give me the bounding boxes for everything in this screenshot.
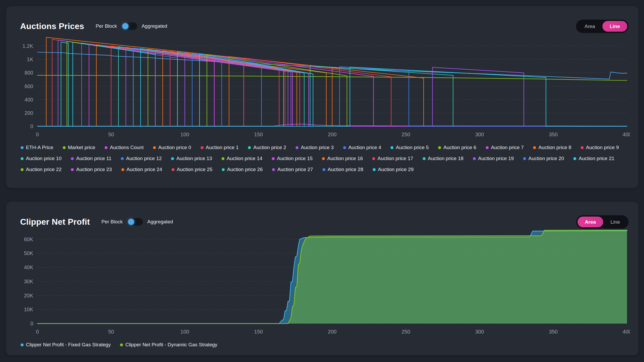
legend-item[interactable]: Auction price 12 [121, 156, 162, 161]
legend-item[interactable]: Auction price 28 [323, 167, 363, 172]
legend-item[interactable]: Auction price 26 [222, 167, 263, 172]
svg-text:300: 300 [475, 132, 484, 137]
legend-item[interactable]: Auction price 15 [272, 156, 313, 161]
legend-item[interactable]: Auction price 9 [581, 145, 619, 150]
auctions-prices-chart[interactable]: 02004006008001K1.2K050100150200250300350… [14, 32, 630, 139]
clipper-net-profit-panel: Clipper Net Profit Per Block Aggregated … [6, 202, 638, 355]
legend-item[interactable]: Auction price 29 [373, 167, 414, 172]
legend-item[interactable]: Auctions Count [105, 145, 144, 150]
per-block-label: Per Block [96, 23, 117, 29]
dashboard-page: Auctions Prices Per Block Aggregated Are… [0, 0, 644, 362]
legend-item[interactable]: Auction price 24 [121, 167, 162, 172]
legend-item[interactable]: Auction price 17 [372, 156, 413, 161]
svg-text:350: 350 [549, 329, 558, 335]
legend-item[interactable]: Auction price 0 [153, 145, 191, 150]
legend-dot-icon [222, 157, 224, 160]
legend-dot-icon [105, 146, 108, 149]
legend-item[interactable]: Auction price 13 [171, 156, 212, 161]
legend-item-label: Auction price 13 [176, 156, 212, 161]
legend-item-label: Auction price 2 [253, 145, 286, 150]
svg-text:250: 250 [402, 132, 410, 137]
legend-item[interactable]: Market price [63, 145, 95, 150]
legend-item-label: Clipper Net Profit - Fixed Gas Strategy [26, 342, 111, 348]
legend-item-label: Auction price 18 [428, 156, 464, 161]
legend-item[interactable]: Auction price 8 [533, 145, 571, 150]
legend-dot-icon [423, 157, 426, 160]
legend-dot-icon [523, 157, 526, 160]
per-block-aggregated-toggle[interactable] [127, 218, 143, 226]
per-block-aggregated-toggle[interactable] [121, 22, 137, 30]
legend-dot-icon [120, 343, 123, 346]
legend-item[interactable]: Auction price 20 [523, 156, 564, 161]
legend-dot-icon [372, 157, 375, 160]
legend-item-label: Auction price 3 [301, 145, 334, 150]
legend-dot-icon [486, 146, 489, 149]
legend-item[interactable]: Auction price 18 [423, 156, 464, 161]
legend-dot-icon [296, 146, 298, 149]
legend-item-label: Auction price 14 [227, 156, 262, 161]
legend-item[interactable]: Auction price 5 [391, 145, 429, 150]
legend-item[interactable]: Auction price 11 [71, 156, 111, 161]
svg-text:150: 150 [254, 132, 263, 137]
legend-item-label: Auction price 26 [227, 167, 263, 172]
legend-dot-icon [201, 146, 204, 149]
legend-item-label: ETH-A Price [26, 145, 53, 150]
svg-text:0: 0 [36, 132, 39, 137]
svg-text:10K: 10K [24, 307, 33, 312]
page-title-auctions: Auctions Prices [20, 21, 84, 31]
legend-item[interactable]: Clipper Net Profit - Dynamic Gas Strateg… [120, 342, 217, 348]
clipper-legend: Clipper Net Profit - Fixed Gas StrategyC… [21, 342, 628, 348]
legend-item[interactable]: Auction price 1 [201, 145, 239, 150]
legend-item[interactable]: Auction price 22 [21, 167, 61, 172]
legend-item[interactable]: Auction price 2 [248, 145, 286, 150]
area-button[interactable]: Area [577, 21, 602, 32]
legend-dot-icon [121, 168, 124, 171]
legend-item[interactable]: Auction price 10 [21, 156, 61, 161]
legend-dot-icon [21, 168, 24, 171]
legend-item-label: Auction price 29 [378, 167, 414, 172]
svg-text:50: 50 [108, 132, 114, 137]
aggregated-label: Aggregated [142, 23, 167, 29]
legend-item[interactable]: Auction price 23 [71, 167, 112, 172]
legend-dot-icon [222, 168, 225, 171]
svg-text:250: 250 [402, 329, 410, 335]
clipper-block-aggregated-toggle-group: Per Block Aggregated [101, 218, 173, 226]
legend-dot-icon [172, 168, 174, 171]
legend-item[interactable]: Auction price 7 [486, 145, 524, 150]
auctions-chart-type-switcher: Area Line [576, 20, 629, 33]
auctions-legend: ETH-A PriceMarket priceAuctions CountAuc… [21, 145, 628, 172]
legend-item[interactable]: Auction price 25 [172, 167, 212, 172]
legend-item-label: Auction price 22 [26, 167, 61, 172]
svg-text:300: 300 [475, 329, 484, 335]
legend-item[interactable]: Auction price 4 [343, 145, 381, 150]
legend-item[interactable]: Clipper Net Profit - Fixed Gas Strategy [21, 342, 111, 348]
legend-item[interactable]: Auction price 3 [296, 145, 334, 150]
legend-dot-icon [573, 157, 576, 160]
y-axis-labels: 02004006008001K1.2K [22, 43, 33, 129]
legend-item-label: Auction price 5 [396, 145, 429, 150]
svg-text:100: 100 [180, 132, 189, 137]
svg-text:60K: 60K [24, 236, 33, 242]
legend-item[interactable]: Auction price 6 [438, 145, 476, 150]
legend-item[interactable]: Auction price 19 [473, 156, 514, 161]
svg-text:100: 100 [180, 329, 189, 335]
legend-item[interactable]: Auction price 21 [573, 156, 614, 161]
legend-item[interactable]: Auction price 14 [222, 156, 262, 161]
legend-dot-icon [323, 168, 325, 171]
legend-item-label: Auction price 12 [126, 156, 162, 161]
legend-dot-icon [438, 146, 441, 149]
legend-item[interactable]: Auction price 27 [272, 167, 313, 172]
line-button[interactable]: Line [602, 21, 627, 32]
legend-item-label: Market price [68, 145, 95, 150]
legend-item-label: Auction price 27 [277, 167, 313, 172]
legend-item-label: Auctions Count [110, 145, 144, 150]
legend-dot-icon [272, 157, 275, 160]
clipper-net-profit-chart[interactable]: 010K20K30K40K50K60K050100150200250300350… [14, 225, 630, 338]
legend-item[interactable]: Auction price 16 [322, 156, 363, 161]
per-block-label: Per Block [101, 219, 123, 225]
legend-dot-icon [581, 146, 584, 149]
svg-text:400: 400 [25, 97, 33, 103]
legend-item-label: Auction price 25 [177, 167, 212, 172]
legend-item-label: Clipper Net Profit - Dynamic Gas Strateg… [125, 342, 217, 348]
legend-item[interactable]: ETH-A Price [21, 145, 53, 150]
